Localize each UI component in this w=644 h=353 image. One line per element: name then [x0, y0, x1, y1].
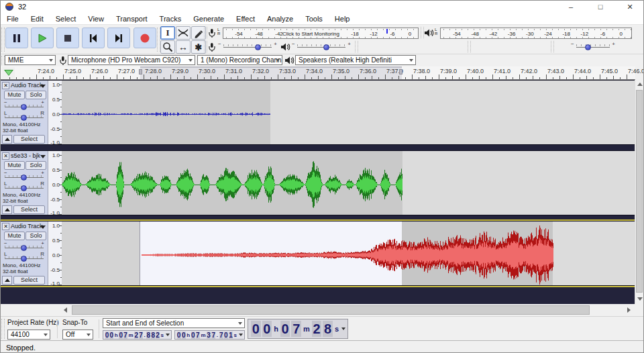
selection-toolbar-grip[interactable] — [1, 319, 5, 339]
play-speed-slider[interactable]: −+ — [571, 41, 615, 52]
track-menu-caret-icon[interactable] — [40, 225, 46, 229]
solo-button[interactable]: Solo — [25, 232, 46, 240]
mute-button[interactable]: Mute — [4, 161, 25, 170]
audio-position-field[interactable]: 00h07m28s — [248, 319, 348, 339]
menu-item-file[interactable]: File — [1, 15, 25, 23]
time-field-caret-icon[interactable] — [341, 327, 345, 330]
recording-meter[interactable]: -54-48-42Click to Start Monitoring-18-12… — [223, 28, 419, 39]
timeline-pin-button[interactable] — [2, 67, 15, 79]
skip-to-end-button[interactable] — [107, 28, 130, 48]
track-name[interactable]: s5e33 - bjk — [11, 152, 40, 159]
menu-item-transport[interactable]: Transport — [110, 15, 154, 23]
playback-volume-slider[interactable]: −+ — [292, 41, 351, 52]
time-digit[interactable]: 7 — [123, 332, 127, 339]
input-device-select[interactable]: Microphone (HD Pro Webcam C920) — [68, 55, 195, 65]
pause-button[interactable] — [5, 28, 28, 48]
track-select-button[interactable]: Select — [13, 205, 45, 214]
gain-slider[interactable]: −+ — [3, 101, 45, 110]
transport-toolbar-grip[interactable] — [1, 28, 5, 52]
envelope-tool-button[interactable] — [176, 26, 191, 40]
pan-slider-thumb[interactable] — [21, 115, 27, 121]
time-unit[interactable]: . — [144, 332, 146, 338]
time-digit[interactable]: 3 — [207, 332, 211, 339]
playback-volume-thumb[interactable] — [323, 44, 329, 50]
scroll-up-arrow[interactable] — [637, 83, 643, 86]
horizontal-scrollbar-thumb[interactable] — [72, 305, 590, 315]
time-digit[interactable]: 8 — [146, 332, 150, 339]
track-close-button[interactable]: ✕ — [2, 152, 9, 160]
time-unit[interactable]: m — [302, 325, 311, 333]
time-digit[interactable]: 2 — [312, 321, 322, 337]
audio-host-select[interactable]: MME — [5, 55, 56, 65]
waveform-area[interactable] — [62, 151, 635, 215]
menu-item-generate[interactable]: Generate — [187, 15, 230, 23]
pan-slider[interactable]: LR — [3, 111, 45, 121]
pan-slider[interactable]: LR — [3, 252, 45, 262]
menu-item-tools[interactable]: Tools — [299, 15, 329, 23]
selection-mode-select[interactable]: Start and End of Selection — [103, 318, 245, 328]
selection-start-field[interactable]: 00h07m27.882s — [103, 330, 172, 340]
horizontal-scrollbar[interactable] — [1, 304, 644, 316]
mute-button[interactable]: Mute — [4, 232, 25, 240]
time-digit[interactable]: 7 — [219, 332, 223, 339]
track-collapse-button[interactable] — [2, 276, 12, 285]
speaker-icon[interactable] — [424, 28, 434, 38]
menu-item-tracks[interactable]: Tracks — [154, 15, 188, 23]
snap-to-select[interactable]: Off — [62, 330, 93, 340]
menu-item-help[interactable]: Help — [329, 15, 356, 23]
time-digit[interactable]: 0 — [251, 321, 261, 337]
time-unit[interactable]: s — [233, 332, 237, 338]
pan-slider-thumb[interactable] — [21, 185, 27, 191]
track-select-button[interactable]: Select — [13, 135, 45, 144]
waveform-canvas[interactable] — [62, 151, 635, 215]
time-unit[interactable]: h — [114, 332, 119, 338]
scroll-left-arrow[interactable] — [64, 307, 67, 313]
waveform-canvas[interactable] — [62, 221, 635, 285]
zoom-toolbar-grip[interactable] — [468, 41, 471, 52]
zoom-tool-button[interactable] — [160, 40, 175, 54]
skip-to-start-button[interactable] — [82, 28, 105, 48]
time-digit[interactable]: 0 — [119, 332, 123, 339]
track-select-button[interactable]: Select — [13, 276, 45, 285]
selection-end-field[interactable]: 00h07m37.701s — [174, 330, 245, 340]
time-unit[interactable]: s — [333, 325, 340, 333]
time-field-caret-icon[interactable] — [166, 334, 170, 336]
track-name[interactable]: Audio Track — [11, 223, 43, 230]
stop-button[interactable] — [56, 28, 79, 48]
menu-item-view[interactable]: View — [82, 15, 110, 23]
time-digit[interactable]: 0 — [262, 321, 272, 337]
menu-item-edit[interactable]: Edit — [25, 15, 50, 23]
record-button[interactable] — [133, 28, 156, 48]
track-area[interactable]: ✕ Audio Track Mute Solo −+ LR Mono, 4410… — [1, 80, 635, 304]
track-collapse-button[interactable] — [2, 135, 12, 144]
vertical-scrollbar[interactable] — [635, 80, 643, 304]
time-digit[interactable]: 7 — [211, 332, 215, 339]
time-unit[interactable]: s — [160, 332, 164, 338]
time-digit[interactable]: 8 — [151, 332, 155, 339]
gain-slider-thumb[interactable] — [21, 174, 27, 181]
minimize-button[interactable]: – — [556, 1, 586, 13]
title-bar[interactable]: 32 – □ ✕ — [1, 1, 643, 13]
waveform-area[interactable] — [62, 221, 635, 285]
track-close-button[interactable]: ✕ — [2, 82, 9, 89]
waveform-canvas[interactable] — [62, 81, 635, 144]
track-menu-caret-icon[interactable] — [40, 85, 46, 88]
track-collapse-button[interactable] — [2, 205, 12, 214]
time-digit[interactable]: 2 — [156, 332, 160, 339]
time-unit[interactable]: h — [272, 325, 280, 333]
gain-slider[interactable]: −+ — [3, 242, 45, 251]
timeshift-tool-button[interactable]: ↔ — [176, 40, 191, 54]
solo-button[interactable]: Solo — [25, 161, 46, 170]
gain-slider-thumb[interactable] — [21, 104, 27, 110]
gain-slider-thumb[interactable] — [21, 245, 27, 251]
output-device-select[interactable]: Speakers (Realtek High Definiti — [295, 55, 416, 65]
timeline-ruler[interactable]: 7:24.07:25.07:26.07:27.07:28.07:29.07:30… — [1, 66, 635, 80]
maximize-button[interactable]: □ — [586, 1, 615, 13]
time-digit[interactable]: 7 — [139, 332, 143, 339]
mute-button[interactable]: Mute — [4, 91, 25, 99]
time-digit[interactable]: 0 — [109, 332, 113, 339]
time-digit[interactable]: 0 — [224, 332, 228, 339]
scroll-right-arrow[interactable] — [627, 307, 631, 313]
recording-volume-slider[interactable]: −+ — [218, 41, 277, 52]
pan-slider-thumb[interactable] — [21, 256, 27, 262]
